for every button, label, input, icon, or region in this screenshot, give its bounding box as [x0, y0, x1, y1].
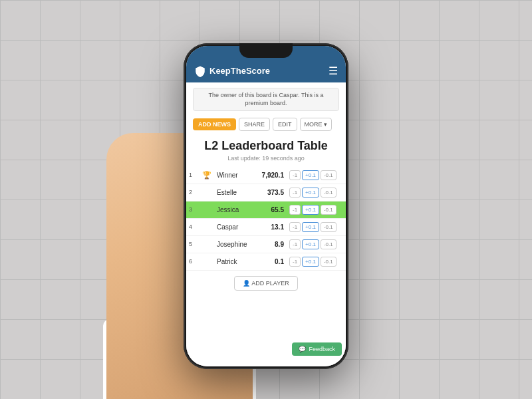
add-player-row: 👤 ADD PLAYER [186, 271, 346, 293]
minus-button[interactable]: -1 [289, 205, 301, 215]
minus-small-button[interactable]: -0.1 [321, 257, 336, 267]
person-icon: 👤 [243, 280, 250, 287]
minus-button[interactable]: -1 [289, 257, 301, 267]
score-actions: -1+0.1-0.1 [287, 184, 346, 201]
plus-button[interactable]: +0.1 [302, 205, 319, 215]
no-trophy [200, 218, 214, 235]
minus-small-button[interactable]: -0.1 [321, 170, 336, 180]
rank-cell: 6 [186, 253, 200, 270]
player-score: 8.9 [255, 235, 287, 253]
title-section: L2 Leaderboard Table Last update: 19 sec… [186, 135, 346, 164]
action-buttons: -1+0.1-0.1 [289, 205, 343, 215]
player-name: Jessica [214, 201, 255, 218]
action-buttons: -1+0.1-0.1 [289, 239, 343, 249]
player-name: Josephine [214, 235, 255, 253]
minus-button[interactable]: -1 [289, 170, 301, 180]
player-name: Patrick [214, 253, 255, 270]
plus-button[interactable]: +0.1 [302, 188, 319, 198]
player-score: 0.1 [255, 253, 287, 270]
last-update: Last update: 19 seconds ago [193, 155, 339, 162]
plus-button[interactable]: +0.1 [302, 257, 319, 267]
board-title: L2 Leaderboard Table [193, 139, 339, 154]
shield-icon [194, 65, 206, 77]
hamburger-icon[interactable]: ☰ [329, 65, 338, 77]
no-trophy [200, 253, 214, 270]
score-actions: -1+0.1-0.1 [287, 201, 346, 218]
phone-notch [239, 43, 293, 58]
leaderboard-table: 1🏆Winner7,920.1-1+0.1-0.12Estelle373.5-1… [186, 167, 346, 271]
action-buttons: -1+0.1-0.1 [289, 257, 343, 267]
score-actions: -1+0.1-0.1 [287, 253, 346, 270]
no-trophy [200, 235, 214, 253]
action-buttons: -1+0.1-0.1 [289, 222, 343, 232]
rank-cell: 3 [186, 201, 200, 218]
comment-icon: 💬 [299, 346, 306, 352]
app-name: KeepTheScore [209, 66, 270, 76]
edit-button[interactable]: EDIT [273, 118, 297, 131]
app-logo: KeepTheScore [194, 65, 270, 77]
player-name: Caspar [214, 218, 255, 235]
app-content: The owner of this board is Caspar. This … [186, 82, 346, 366]
chevron-down-icon: ▾ [324, 121, 327, 128]
action-buttons: -1+0.1-0.1 [289, 188, 343, 198]
rank-cell: 2 [186, 184, 200, 201]
player-score: 7,920.1 [255, 167, 287, 184]
player-score: 373.5 [255, 184, 287, 201]
rank-cell: 1 [186, 167, 200, 184]
plus-button[interactable]: +0.1 [302, 170, 319, 180]
feedback-button[interactable]: 💬 Feedback [292, 342, 342, 356]
player-name: Winner [214, 167, 255, 184]
add-news-button[interactable]: ADD NEWS [193, 118, 236, 130]
score-actions: -1+0.1-0.1 [287, 235, 346, 253]
score-actions: -1+0.1-0.1 [287, 218, 346, 235]
player-score: 65.5 [255, 201, 287, 218]
minus-small-button[interactable]: -0.1 [321, 239, 336, 249]
scene: KeepTheScore ☰ The owner of this board i… [0, 0, 532, 399]
minus-button[interactable]: -1 [289, 188, 301, 198]
more-button[interactable]: MORE ▾ [300, 118, 332, 131]
action-buttons: -1+0.1-0.1 [289, 170, 343, 180]
player-name: Estelle [214, 184, 255, 201]
plus-button[interactable]: +0.1 [302, 239, 319, 249]
minus-small-button[interactable]: -0.1 [321, 222, 336, 232]
rank-cell: 4 [186, 218, 200, 235]
phone-screen: KeepTheScore ☰ The owner of this board i… [186, 46, 346, 366]
banner-text: The owner of this board is Caspar. This … [209, 92, 324, 106]
minus-button[interactable]: -1 [289, 222, 301, 232]
table-row: 2Estelle373.5-1+0.1-0.1 [186, 184, 346, 201]
share-button[interactable]: SHARE [239, 118, 270, 131]
premium-banner: The owner of this board is Caspar. This … [193, 88, 339, 111]
no-trophy [200, 184, 214, 201]
table-row: 6Patrick0.1-1+0.1-0.1 [186, 253, 346, 270]
toolbar: ADD NEWS SHARE EDIT MORE ▾ [186, 115, 346, 135]
score-actions: -1+0.1-0.1 [287, 167, 346, 184]
player-score: 13.1 [255, 218, 287, 235]
add-player-button[interactable]: 👤 ADD PLAYER [234, 276, 297, 291]
minus-small-button[interactable]: -0.1 [321, 205, 336, 215]
table-row: 5Josephine8.9-1+0.1-0.1 [186, 235, 346, 253]
table-row: 3Jessica65.5-1+0.1-0.1 [186, 201, 346, 218]
minus-small-button[interactable]: -0.1 [321, 188, 336, 198]
phone: KeepTheScore ☰ The owner of this board i… [184, 43, 348, 369]
minus-button[interactable]: -1 [289, 239, 301, 249]
phone-wrapper: KeepTheScore ☰ The owner of this board i… [184, 43, 348, 369]
table-row: 4Caspar13.1-1+0.1-0.1 [186, 218, 346, 235]
no-trophy [200, 201, 214, 218]
table-row: 1🏆Winner7,920.1-1+0.1-0.1 [186, 167, 346, 184]
rank-cell: 5 [186, 235, 200, 253]
plus-button[interactable]: +0.1 [302, 222, 319, 232]
trophy-icon: 🏆 [200, 167, 214, 184]
